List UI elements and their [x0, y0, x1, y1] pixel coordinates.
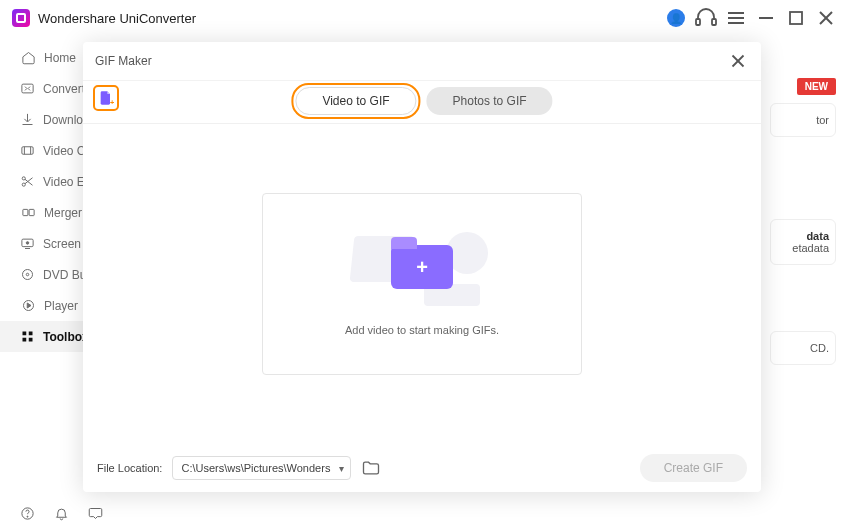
record-icon: [20, 236, 35, 252]
home-icon: [20, 50, 36, 66]
right-card-fragment: data etadata: [770, 219, 836, 265]
help-button[interactable]: [18, 504, 36, 522]
svg-point-22: [23, 270, 33, 280]
tab-label: Video to GIF: [322, 94, 389, 108]
mode-tabs: Video to GIF Photos to GIF: [291, 83, 552, 119]
panel-close-button[interactable]: [727, 50, 749, 72]
sidebar-item-toolbox[interactable]: Toolbox: [0, 321, 85, 352]
help-icon: [20, 506, 35, 521]
svg-rect-6: [790, 12, 802, 24]
play-icon: [20, 298, 36, 314]
sidebar-item-video-editor[interactable]: Video Editor: [0, 166, 85, 197]
sidebar-item-dvd-burner[interactable]: DVD Burner: [0, 259, 85, 290]
chat-icon: [88, 506, 103, 521]
right-column-fragments: NEW tor data etadata CD.: [770, 78, 836, 365]
tab-label: Photos to GIF: [453, 94, 527, 108]
right-card-fragment: CD.: [770, 331, 836, 365]
gif-maker-panel: GIF Maker + Video to GIF Photos to GIF: [83, 42, 761, 492]
svg-point-13: [22, 177, 25, 180]
file-location-value: C:\Users\ws\Pictures\Wonders: [181, 462, 330, 474]
sidebar-item-label: Home: [44, 51, 76, 65]
svg-point-20: [26, 242, 29, 245]
panel-toolbar: + Video to GIF Photos to GIF: [83, 81, 761, 124]
file-location-label: File Location:: [97, 462, 162, 474]
panel-footer: File Location: C:\Users\ws\Pictures\Wond…: [83, 444, 761, 492]
sidebar-item-label: Video Editor: [43, 175, 85, 189]
panel-body: + Add video to start making GIFs.: [83, 124, 761, 444]
add-video-dropzone[interactable]: + Add video to start making GIFs.: [262, 193, 582, 375]
main-area: Home Converter Downloader Video Compress…: [0, 36, 850, 499]
sidebar-item-label: Downloader: [43, 113, 85, 127]
file-location-select[interactable]: C:\Users\ws\Pictures\Wonders: [172, 456, 351, 480]
hamburger-menu-button[interactable]: [724, 6, 748, 30]
right-card-fragment: tor: [770, 103, 836, 137]
minimize-button[interactable]: [754, 6, 778, 30]
open-folder-button[interactable]: [361, 458, 381, 478]
sidebar-item-label: Video Compressor: [43, 144, 85, 158]
feedback-button[interactable]: [86, 504, 104, 522]
sidebar: Home Converter Downloader Video Compress…: [0, 36, 85, 499]
maximize-icon: [784, 6, 808, 30]
close-icon: [814, 6, 838, 30]
folder-plus-icon: +: [391, 245, 453, 289]
download-icon: [20, 112, 35, 128]
svg-rect-26: [23, 332, 27, 336]
tab-video-to-gif[interactable]: Video to GIF: [295, 87, 416, 115]
close-icon: [727, 50, 749, 72]
user-account-button[interactable]: 👤: [664, 6, 688, 30]
sidebar-item-screen-recorder[interactable]: Screen Recorder: [0, 228, 85, 259]
svg-rect-10: [22, 147, 33, 155]
sidebar-item-merger[interactable]: Merger: [0, 197, 85, 228]
window-close-button[interactable]: [814, 6, 838, 30]
svg-rect-1: [712, 19, 716, 25]
converter-icon: [20, 81, 35, 97]
grid-icon: [20, 329, 35, 345]
file-plus-icon: +: [98, 90, 114, 106]
sidebar-item-label: Toolbox: [43, 330, 85, 344]
panel-header: GIF Maker: [83, 42, 761, 81]
menu-icon: [724, 6, 748, 30]
app-logo-icon: [12, 9, 30, 27]
svg-rect-18: [29, 209, 34, 215]
app-title: Wondershare UniConverter: [38, 11, 196, 26]
sidebar-item-label: DVD Burner: [43, 268, 85, 282]
sidebar-item-label: Player: [44, 299, 78, 313]
minimize-icon: [754, 6, 778, 30]
svg-rect-17: [22, 209, 27, 215]
sidebar-item-label: Screen Recorder: [43, 237, 85, 251]
add-file-button[interactable]: +: [93, 85, 119, 111]
create-gif-button[interactable]: Create GIF: [640, 454, 747, 482]
notifications-button[interactable]: [52, 504, 70, 522]
svg-rect-27: [29, 332, 33, 336]
sidebar-item-converter[interactable]: Converter: [0, 73, 85, 104]
svg-rect-28: [23, 338, 27, 342]
svg-point-23: [26, 273, 29, 276]
sidebar-item-label: Converter: [43, 82, 85, 96]
tab-photos-to-gif[interactable]: Photos to GIF: [427, 87, 553, 115]
sidebar-item-downloader[interactable]: Downloader: [0, 104, 85, 135]
compress-icon: [20, 143, 35, 159]
title-bar: Wondershare UniConverter 👤: [0, 0, 850, 36]
sidebar-item-player[interactable]: Player: [0, 290, 85, 321]
svg-rect-0: [696, 19, 700, 25]
headset-icon: [694, 6, 718, 30]
panel-title: GIF Maker: [95, 54, 152, 68]
sidebar-item-video-compressor[interactable]: Video Compressor: [0, 135, 85, 166]
svg-text:+: +: [110, 98, 114, 106]
svg-point-14: [22, 183, 25, 186]
scissors-icon: [20, 174, 35, 190]
status-bar: [0, 499, 850, 527]
create-gif-label: Create GIF: [664, 461, 723, 475]
svg-point-34: [27, 516, 28, 517]
disc-icon: [20, 267, 35, 283]
folder-icon: [361, 458, 381, 478]
maximize-button[interactable]: [784, 6, 808, 30]
sidebar-item-label: Merger: [44, 206, 82, 220]
tab-video-to-gif-highlight: Video to GIF: [291, 83, 420, 119]
sidebar-item-home[interactable]: Home: [0, 42, 85, 73]
merge-icon: [20, 205, 36, 221]
dropzone-text: Add video to start making GIFs.: [345, 324, 499, 336]
new-badge: NEW: [797, 78, 836, 95]
bell-icon: [54, 506, 69, 521]
support-button[interactable]: [694, 6, 718, 30]
